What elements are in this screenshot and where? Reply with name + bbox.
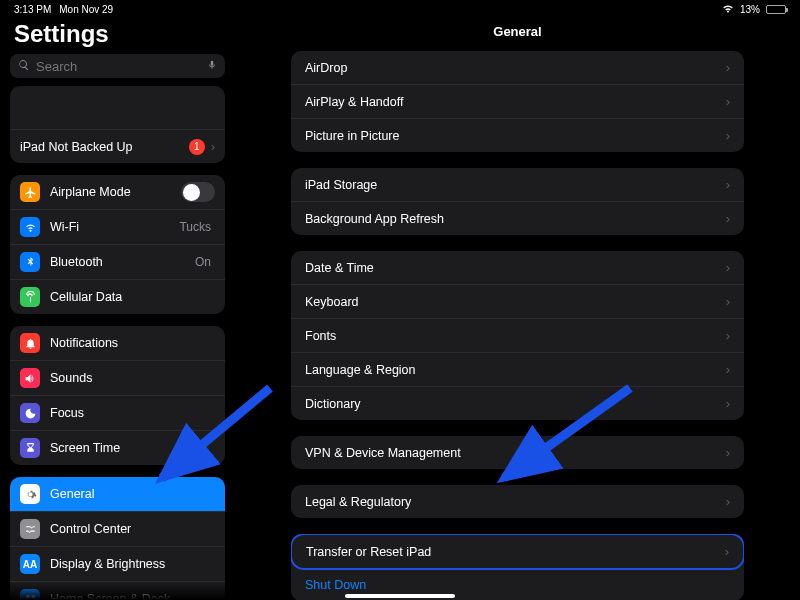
svg-line-1 [504, 388, 630, 478]
chevron-icon: › [726, 211, 730, 226]
storage-row[interactable]: iPad Storage› [291, 168, 744, 202]
chevron-icon: › [726, 260, 730, 275]
detail-pane: General AirDrop› AirPlay & Handoff› Pict… [235, 16, 800, 600]
wifi-icon [722, 4, 734, 15]
text-size-icon: AA [20, 554, 40, 574]
status-date: Mon Nov 29 [59, 4, 113, 15]
apple-id-row[interactable] [10, 86, 225, 130]
airplane-toggle[interactable] [181, 182, 215, 202]
wifi-value: Tucks [179, 220, 211, 234]
chevron-icon: › [726, 328, 730, 343]
battery-icon [766, 5, 786, 14]
wifi-row[interactable]: Wi-Fi Tucks [10, 210, 225, 245]
chevron-icon: › [726, 94, 730, 109]
bluetooth-row[interactable]: Bluetooth On [10, 245, 225, 280]
gear-icon [20, 484, 40, 504]
annotation-arrow-right [490, 380, 640, 494]
backup-label: iPad Not Backed Up [20, 140, 189, 154]
chevron-icon: › [726, 128, 730, 143]
airplay-row[interactable]: AirPlay & Handoff› [291, 85, 744, 119]
display-row[interactable]: AA Display & Brightness [10, 547, 225, 582]
wifi-settings-icon [20, 217, 40, 237]
refresh-row[interactable]: Background App Refresh› [291, 202, 744, 235]
hourglass-icon [20, 438, 40, 458]
chevron-icon: › [726, 177, 730, 192]
pip-row[interactable]: Picture in Picture› [291, 119, 744, 152]
annotation-arrow-left [150, 380, 280, 494]
detail-title: General [235, 18, 800, 51]
chevron-icon: › [726, 445, 730, 460]
chevron-icon: › [725, 544, 729, 559]
search-field[interactable] [10, 54, 225, 78]
backup-warning-row[interactable]: iPad Not Backed Up 1 › [10, 130, 225, 163]
grid-icon [20, 589, 40, 600]
chevron-icon: › [211, 139, 215, 154]
cellular-icon [20, 287, 40, 307]
fonts-row[interactable]: Fonts› [291, 319, 744, 353]
chevron-icon: › [726, 60, 730, 75]
control-center-row[interactable]: Control Center [10, 512, 225, 547]
moon-icon [20, 403, 40, 423]
chevron-icon: › [726, 362, 730, 377]
keyboard-row[interactable]: Keyboard› [291, 285, 744, 319]
profile-section[interactable]: iPad Not Backed Up 1 › [10, 86, 225, 163]
bell-icon [20, 333, 40, 353]
date-time-row[interactable]: Date & Time› [291, 251, 744, 285]
toggles-icon [20, 519, 40, 539]
cellular-row[interactable]: Cellular Data [10, 280, 225, 314]
airdrop-row[interactable]: AirDrop› [291, 51, 744, 85]
chevron-icon: › [726, 396, 730, 411]
airplane-mode-row[interactable]: Airplane Mode [10, 175, 225, 210]
bluetooth-icon [20, 252, 40, 272]
status-time: 3:13 PM [14, 4, 51, 15]
mic-icon[interactable] [207, 58, 217, 74]
badge-count: 1 [189, 139, 205, 155]
page-title: Settings [14, 20, 225, 48]
settings-sidebar: Settings iPad Not Backed Up 1 › Airplane… [0, 16, 235, 600]
transfer-reset-row[interactable]: Transfer or Reset iPad› [291, 534, 744, 570]
chevron-icon: › [726, 494, 730, 509]
svg-line-0 [162, 388, 270, 478]
search-input[interactable] [36, 59, 207, 74]
search-icon [18, 59, 30, 74]
notifications-row[interactable]: Notifications [10, 326, 225, 361]
airplane-icon [20, 182, 40, 202]
chevron-icon: › [726, 294, 730, 309]
speaker-icon [20, 368, 40, 388]
battery-pct: 13% [740, 4, 760, 15]
homescreen-row[interactable]: Home Screen & Dock [10, 582, 225, 600]
home-indicator[interactable] [345, 594, 455, 598]
bt-value: On [195, 255, 211, 269]
